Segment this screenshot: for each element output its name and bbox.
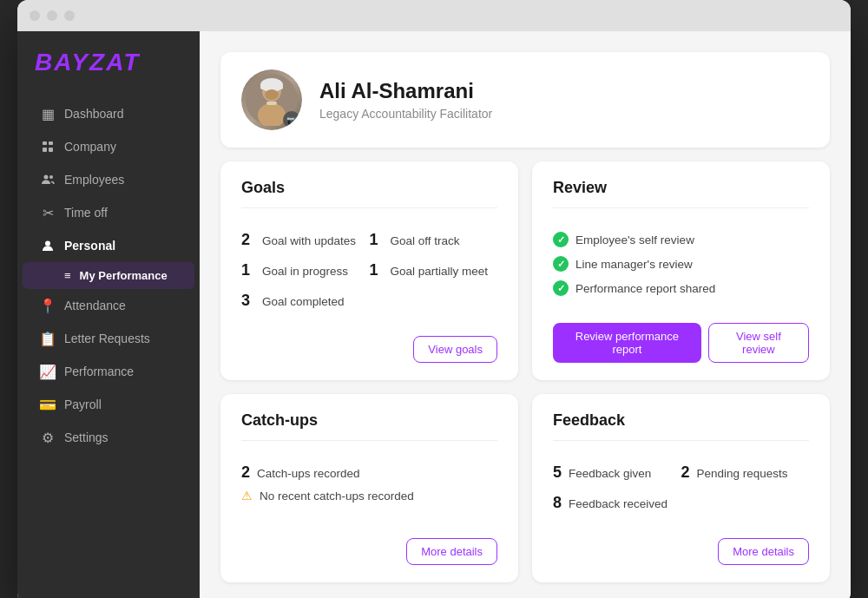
feedback-item-received: 8 Feedback received [553, 490, 681, 516]
goals-grid: 2 Goal with updates 1 Goal off track 1 G… [241, 227, 497, 313]
svg-rect-3 [49, 148, 53, 152]
settings-icon: ⚙ [40, 430, 56, 445]
goal-item-partially: 1 Goal partially meet [370, 258, 498, 283]
goal-item-completed: 3 Goal completed [241, 288, 370, 313]
goal-item-inprogress: 1 Goal in progress [241, 258, 370, 283]
goal-number-updates: 2 [241, 231, 255, 249]
review-item-manager: Line manager's review [553, 252, 809, 276]
personal-icon [40, 238, 56, 253]
sidebar-item-label: Performance [64, 365, 134, 378]
timeoff-icon: ✂ [40, 205, 56, 220]
goal-number-offtrack: 1 [370, 231, 384, 249]
goals-card-body: 2 Goal with updates 1 Goal off track 1 G… [241, 219, 497, 322]
sidebar-item-dashboard[interactable]: ▦ Dashboard [23, 97, 194, 130]
feedback-card: Feedback 5 Feedback given 8 Feedback r [532, 394, 830, 582]
minimize-dot [47, 10, 57, 21]
sidebar-item-timeoff[interactable]: ✂ Time off [23, 196, 194, 229]
sidebar-item-label: Time off [64, 206, 108, 220]
sidebar-item-attendance[interactable]: 📍 Attendance [23, 289, 194, 322]
feedback-grid: 5 Feedback given 8 Feedback received [553, 460, 809, 516]
sidebar-item-settings[interactable]: ⚙ Settings [23, 421, 194, 454]
attendance-icon: 📍 [40, 298, 56, 313]
svg-rect-0 [43, 141, 47, 145]
sub-icon: ≡ [64, 269, 71, 282]
catchups-card-body: 2 Catch-ups recorded ⚠ No recent catch-u… [241, 451, 497, 524]
goal-label-partially: Goal partially meet [391, 265, 489, 278]
goals-card: Goals 2 Goal with updates 1 Goal off tra… [220, 161, 518, 380]
view-self-review-button[interactable]: View self review [708, 323, 809, 363]
maximize-dot [64, 10, 75, 21]
app-window: BAYZAT ▦ Dashboard Company Employees ✂ T… [17, 0, 851, 598]
profile-job-title: Legacy Accountability Facilitator [319, 107, 809, 121]
letter-requests-icon: 📋 [40, 331, 56, 346]
svg-point-11 [265, 89, 279, 100]
goals-card-footer: View goals [241, 336, 497, 363]
sidebar-item-label: Attendance [64, 299, 126, 312]
logo: BAYZAT [17, 49, 200, 97]
close-dot [30, 10, 40, 21]
catchups-more-button[interactable]: More details [406, 538, 497, 565]
goal-number-inprogress: 1 [241, 261, 255, 279]
catchups-card: Catch-ups 2 Catch-ups recorded ⚠ No rece… [220, 394, 518, 582]
feedback-label-pending: Pending requests [697, 467, 788, 480]
sidebar-item-label: Company [64, 140, 116, 154]
sub-label: My Performance [80, 269, 168, 282]
review-card-body: Employee's self review Line manager's re… [553, 219, 809, 309]
catchup-item-recorded: 2 Catch-ups recorded [241, 460, 497, 485]
sidebar-item-letter-requests[interactable]: 📋 Letter Requests [23, 322, 194, 355]
catchup-number: 2 [241, 463, 250, 482]
svg-rect-13 [266, 102, 277, 105]
sidebar-item-label: Personal [64, 239, 115, 253]
titlebar [17, 0, 851, 31]
feedback-card-body: 5 Feedback given 8 Feedback received [553, 451, 809, 524]
svg-rect-1 [49, 141, 53, 145]
goals-card-title: Goals [241, 179, 497, 208]
goal-item-offtrack: 1 Goal off track [370, 227, 498, 253]
profile-info: Ali Al-Shamrani Legacy Accountability Fa… [319, 79, 809, 121]
sidebar-item-company[interactable]: Company [23, 130, 194, 163]
goal-label-offtrack: Goal off track [391, 234, 460, 247]
performance-icon: 📈 [40, 364, 56, 379]
feedback-card-footer: More details [553, 538, 809, 565]
review-label-shared: Performance report shared [575, 282, 715, 295]
check-icon-manager [553, 256, 569, 272]
goal-number-partially: 1 [370, 261, 384, 279]
review-performance-button[interactable]: Review performance report [553, 323, 701, 363]
review-item-shared: Performance report shared [553, 276, 809, 300]
review-card-footer: Review performance report View self revi… [553, 323, 809, 363]
company-icon [40, 139, 56, 154]
goal-item-updates: 2 Goal with updates [241, 227, 370, 253]
cards-grid: Goals 2 Goal with updates 1 Goal off tra… [220, 161, 830, 582]
main-content: 📷 Ali Al-Shamrani Legacy Accountability … [200, 31, 851, 598]
goal-number-completed: 3 [241, 292, 255, 310]
goal-label-inprogress: Goal in progress [262, 265, 348, 278]
sidebar: BAYZAT ▦ Dashboard Company Employees ✂ T… [17, 31, 200, 598]
camera-icon[interactable]: 📷 [283, 111, 300, 128]
warning-icon: ⚠ [241, 489, 253, 503]
review-item-self: Employee's self review [553, 227, 809, 252]
sidebar-item-payroll[interactable]: 💳 Payroll [23, 388, 194, 421]
review-label-manager: Line manager's review [575, 258, 693, 271]
sidebar-item-label: Employees [64, 173, 124, 187]
catchup-item-warning: ⚠ No recent catch-ups recorded [241, 485, 497, 506]
sidebar-item-employees[interactable]: Employees [23, 163, 194, 196]
dashboard-icon: ▦ [40, 106, 56, 122]
catchups-card-footer: More details [241, 538, 497, 565]
svg-point-6 [45, 241, 50, 246]
main-layout: BAYZAT ▦ Dashboard Company Employees ✂ T… [17, 31, 851, 598]
sidebar-item-performance[interactable]: 📈 Performance [23, 355, 194, 388]
review-label-self: Employee's self review [575, 233, 694, 246]
check-icon-shared [553, 280, 569, 296]
sidebar-item-label: Payroll [64, 398, 102, 411]
feedback-more-button[interactable]: More details [718, 538, 809, 565]
profile-name: Ali Al-Shamrani [319, 79, 809, 103]
view-goals-button[interactable]: View goals [413, 336, 497, 363]
feedback-number-received: 8 [553, 494, 562, 512]
svg-rect-2 [43, 148, 47, 152]
avatar: 📷 [241, 69, 302, 130]
goal-label-updates: Goal with updates [262, 234, 356, 247]
sidebar-sub-my-performance[interactable]: ≡ My Performance [23, 262, 194, 289]
sidebar-item-personal[interactable]: Personal [23, 229, 194, 262]
svg-point-4 [44, 175, 49, 180]
employees-icon [40, 172, 56, 187]
